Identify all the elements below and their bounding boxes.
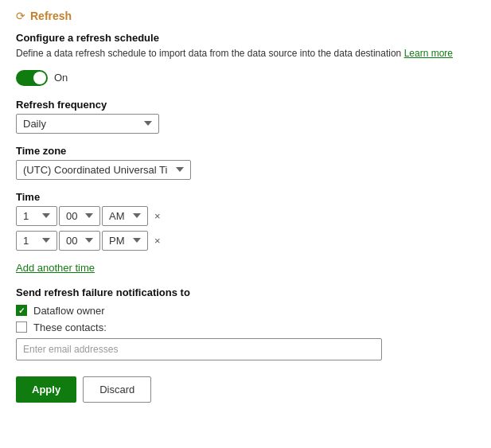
time2-ampm-select[interactable]: AMPM [102, 231, 148, 251]
time-row-2: 1234 5678 9101112 00153045 AMPM × [16, 231, 475, 251]
discard-button[interactable]: Discard [83, 376, 151, 403]
these-contacts-label: These contacts: [33, 321, 107, 333]
time-zone-label: Time zone [16, 145, 475, 157]
page-title: Refresh [30, 10, 72, 22]
configure-description: Define a data refresh schedule to import… [16, 47, 475, 60]
dataflow-owner-label: Dataflow owner [33, 305, 105, 317]
email-input[interactable] [16, 338, 382, 360]
toggle-row: On [16, 70, 475, 86]
refresh-frequency-label: Refresh frequency [16, 99, 475, 111]
notification-title: Send refresh failure notifications to [16, 286, 475, 298]
these-contacts-row: These contacts: [16, 321, 475, 333]
apply-button[interactable]: Apply [16, 376, 76, 403]
these-contacts-checkbox[interactable] [16, 321, 27, 333]
toggle-label: On [54, 72, 68, 84]
dataflow-owner-row: Dataflow owner [16, 305, 475, 317]
configure-section-title: Configure a refresh schedule [16, 32, 475, 44]
time2-hour-select[interactable]: 1234 5678 9101112 [16, 231, 57, 251]
time-label: Time [16, 191, 475, 203]
time-zone-group: Time zone (UTC) Coordinated Universal Ti… [16, 145, 475, 180]
add-another-time-link[interactable]: Add another time [16, 262, 95, 274]
time1-remove-button[interactable]: × [151, 208, 164, 224]
time2-minute-select[interactable]: 00153045 [59, 231, 100, 251]
refresh-frequency-group: Refresh frequency Daily Weekly Monthly [16, 99, 475, 134]
time2-remove-button[interactable]: × [151, 233, 164, 248]
notification-section: Send refresh failure notifications to Da… [16, 286, 475, 360]
page-header: ⟳ Refresh [16, 10, 475, 22]
refresh-icon: ⟳ [16, 10, 25, 22]
time-row-1: 1234 5678 9101112 00153045 AMPM × [16, 206, 475, 226]
button-row: Apply Discard [16, 376, 475, 403]
refresh-frequency-select[interactable]: Daily Weekly Monthly [16, 114, 159, 134]
time1-hour-select[interactable]: 1234 5678 9101112 [16, 206, 57, 226]
time-field-group: Time 1234 5678 9101112 00153045 AMPM × 1… [16, 191, 475, 251]
time1-ampm-select[interactable]: AMPM [102, 206, 148, 226]
refresh-toggle[interactable] [16, 70, 48, 86]
dataflow-owner-checkbox[interactable] [16, 305, 27, 316]
learn-more-link[interactable]: Learn more [404, 48, 453, 59]
time-zone-select[interactable]: (UTC) Coordinated Universal Time (UTC-05… [16, 160, 191, 180]
time1-minute-select[interactable]: 00153045 [59, 206, 100, 226]
